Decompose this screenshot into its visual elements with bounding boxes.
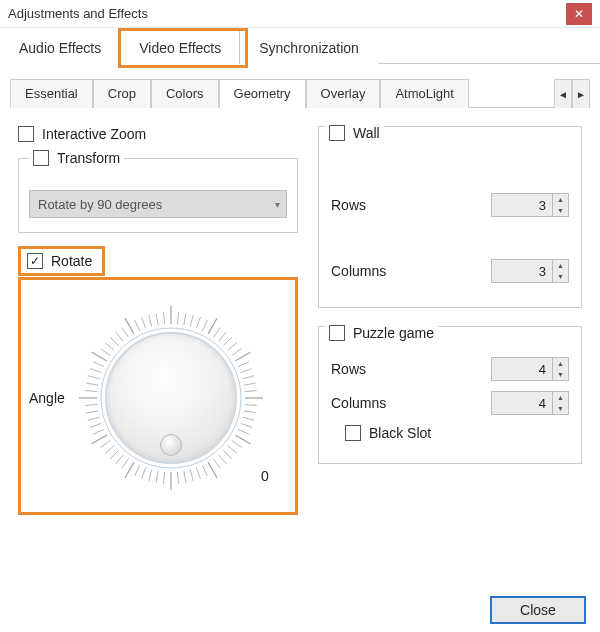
transform-checkbox[interactable] bbox=[33, 150, 49, 166]
subtab-colors[interactable]: Colors bbox=[151, 79, 219, 108]
dial-indicator bbox=[160, 434, 182, 456]
wall-rows-down[interactable]: ▼ bbox=[553, 205, 568, 216]
puzzle-cols-label: Columns bbox=[331, 395, 386, 411]
svg-line-30 bbox=[91, 435, 107, 444]
puzzle-cols-up[interactable]: ▲ bbox=[553, 392, 568, 403]
svg-line-3 bbox=[242, 417, 254, 420]
svg-line-13 bbox=[202, 465, 207, 476]
puzzle-rows-value: 4 bbox=[492, 358, 552, 380]
svg-line-61 bbox=[213, 328, 220, 338]
svg-line-59 bbox=[202, 320, 207, 331]
close-button[interactable]: Close bbox=[490, 596, 586, 624]
svg-line-57 bbox=[190, 315, 193, 327]
subtab-geometry[interactable]: Geometry bbox=[219, 79, 306, 108]
tab-video-effects[interactable]: Video Effects bbox=[120, 29, 240, 64]
rotate-label: Rotate bbox=[51, 253, 92, 269]
dial-knob[interactable] bbox=[105, 332, 237, 464]
svg-line-19 bbox=[163, 472, 164, 484]
window-close-button[interactable]: ✕ bbox=[566, 3, 592, 25]
wall-label: Wall bbox=[353, 125, 380, 141]
svg-line-46 bbox=[116, 332, 124, 341]
puzzle-rows-up[interactable]: ▲ bbox=[553, 358, 568, 369]
svg-line-63 bbox=[223, 337, 232, 346]
right-column: Wall Rows 3 ▲ ▼ Columns bbox=[318, 126, 582, 515]
svg-line-16 bbox=[184, 471, 186, 483]
sub-tabs-wrap: Essential Crop Colors Geometry Overlay A… bbox=[0, 64, 600, 108]
chevron-left-icon: ◄ bbox=[558, 89, 568, 100]
subtab-overlay[interactable]: Overlay bbox=[306, 79, 381, 108]
svg-line-69 bbox=[242, 376, 254, 379]
svg-line-25 bbox=[122, 459, 129, 469]
svg-line-12 bbox=[208, 462, 217, 478]
svg-line-26 bbox=[116, 455, 124, 464]
angle-label: Angle bbox=[29, 390, 65, 406]
puzzle-cols-spinner[interactable]: 4 ▲ ▼ bbox=[491, 391, 569, 415]
puzzle-cols-down[interactable]: ▼ bbox=[553, 403, 568, 414]
subtab-scroll-left[interactable]: ◄ bbox=[554, 79, 572, 108]
wall-rows-spinner[interactable]: 3 ▲ ▼ bbox=[491, 193, 569, 217]
wall-cols-up[interactable]: ▲ bbox=[553, 260, 568, 271]
svg-line-49 bbox=[135, 320, 140, 331]
interactive-zoom-row: Interactive Zoom bbox=[18, 126, 298, 142]
svg-line-70 bbox=[244, 383, 256, 385]
wall-rows-up[interactable]: ▲ bbox=[553, 194, 568, 205]
left-column: Interactive Zoom Transform Rotate by 90 … bbox=[18, 126, 298, 515]
puzzle-rows-spinner[interactable]: 4 ▲ ▼ bbox=[491, 357, 569, 381]
puzzle-checkbox[interactable] bbox=[329, 325, 345, 341]
svg-line-17 bbox=[177, 472, 178, 484]
chevron-down-icon: ▾ bbox=[275, 199, 280, 210]
svg-line-6 bbox=[235, 435, 251, 444]
chevron-right-icon: ► bbox=[576, 89, 586, 100]
svg-line-35 bbox=[85, 404, 97, 405]
svg-line-27 bbox=[110, 450, 119, 459]
transform-dropdown[interactable]: Rotate by 90 degrees ▾ bbox=[29, 190, 287, 218]
wall-cols-down[interactable]: ▼ bbox=[553, 271, 568, 282]
svg-line-10 bbox=[218, 455, 226, 464]
puzzle-rows-label: Rows bbox=[331, 361, 366, 377]
black-slot-checkbox[interactable] bbox=[345, 425, 361, 441]
subtab-atmolight[interactable]: AtmoLight bbox=[380, 79, 469, 108]
svg-line-34 bbox=[86, 411, 98, 413]
puzzle-rows-down[interactable]: ▼ bbox=[553, 369, 568, 380]
tab-audio-effects[interactable]: Audio Effects bbox=[0, 29, 120, 64]
rotate-checkbox[interactable] bbox=[27, 253, 43, 269]
svg-line-53 bbox=[163, 312, 164, 324]
svg-line-11 bbox=[213, 459, 220, 469]
black-slot-label: Black Slot bbox=[369, 425, 431, 441]
svg-line-44 bbox=[105, 343, 114, 351]
svg-line-21 bbox=[149, 470, 152, 482]
wall-cols-label: Columns bbox=[331, 263, 386, 279]
wall-cols-value: 3 bbox=[492, 260, 552, 282]
svg-line-58 bbox=[196, 317, 200, 328]
interactive-zoom-checkbox[interactable] bbox=[18, 126, 34, 142]
puzzle-cols-value: 4 bbox=[492, 392, 552, 414]
angle-dial[interactable]: 0 bbox=[71, 298, 271, 498]
highlight-rotate-checkbox: Rotate bbox=[18, 246, 105, 276]
sub-tabs: Essential Crop Colors Geometry Overlay A… bbox=[10, 78, 590, 108]
puzzle-group: Puzzle game Rows 4 ▲ ▼ Columns 4 bbox=[318, 326, 582, 464]
dialog-window: Adjustments and Effects ✕ Audio Effects … bbox=[0, 0, 600, 632]
wall-cols-spinner[interactable]: 3 ▲ ▼ bbox=[491, 259, 569, 283]
transform-label: Transform bbox=[57, 150, 120, 166]
svg-line-52 bbox=[156, 313, 158, 325]
svg-line-4 bbox=[240, 423, 251, 427]
tab-synchronization[interactable]: Synchronization bbox=[240, 29, 378, 64]
interactive-zoom-label: Interactive Zoom bbox=[42, 126, 146, 142]
svg-line-50 bbox=[141, 317, 145, 328]
subtab-essential[interactable]: Essential bbox=[10, 79, 93, 108]
subtab-scroll-right[interactable]: ► bbox=[572, 79, 590, 108]
svg-line-55 bbox=[177, 312, 178, 324]
svg-line-31 bbox=[93, 429, 104, 434]
svg-line-68 bbox=[240, 369, 251, 373]
svg-line-1 bbox=[245, 404, 257, 405]
subtab-crop[interactable]: Crop bbox=[93, 79, 151, 108]
svg-line-71 bbox=[245, 391, 257, 392]
svg-line-65 bbox=[231, 349, 241, 356]
geometry-panel: Interactive Zoom Transform Rotate by 90 … bbox=[0, 108, 600, 515]
svg-line-23 bbox=[135, 465, 140, 476]
svg-line-14 bbox=[196, 468, 200, 479]
svg-line-22 bbox=[141, 468, 145, 479]
svg-line-38 bbox=[86, 383, 98, 385]
wall-checkbox[interactable] bbox=[329, 125, 345, 141]
svg-line-66 bbox=[235, 352, 251, 361]
